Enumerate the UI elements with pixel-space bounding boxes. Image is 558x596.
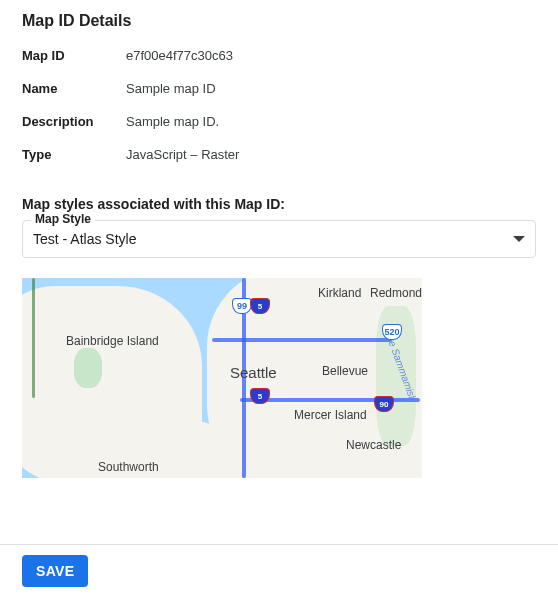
map-label-southworth: Southworth [98, 460, 159, 474]
map-preview[interactable]: Kirkland Redmond Seattle Bellevue Bainbr… [22, 278, 422, 478]
styles-heading: Map styles associated with this Map ID: [22, 196, 536, 212]
map-road [32, 278, 35, 398]
value-type: JavaScript – Raster [126, 147, 239, 162]
select-value: Test - Atlas Style [33, 231, 136, 247]
value-name: Sample map ID [126, 81, 216, 96]
map-shield-99: 99 [232, 298, 252, 314]
chevron-down-icon [513, 236, 525, 242]
value-description: Sample map ID. [126, 114, 219, 129]
page-title: Map ID Details [22, 12, 536, 30]
select-label: Map Style [31, 212, 95, 226]
map-label-mercer: Mercer Island [294, 408, 367, 422]
map-shield-520: 520 [382, 324, 402, 340]
map-label-newcastle: Newcastle [346, 438, 401, 452]
save-button[interactable]: SAVE [22, 555, 88, 587]
map-label-bellevue: Bellevue [322, 364, 368, 378]
map-park [74, 348, 102, 388]
map-shield-i5: 5 [250, 298, 270, 314]
map-label-redmond: Redmond [370, 286, 422, 300]
map-shield-i90: 90 [374, 396, 394, 412]
map-label-bainbridge: Bainbridge Island [66, 334, 159, 348]
label-map-id: Map ID [22, 48, 126, 63]
map-label-kirkland: Kirkland [318, 286, 361, 300]
label-name: Name [22, 81, 126, 96]
label-description: Description [22, 114, 126, 129]
map-label-seattle: Seattle [230, 364, 277, 381]
footer-bar: SAVE [0, 544, 558, 596]
map-shield-i5: 5 [250, 388, 270, 404]
map-style-select[interactable]: Test - Atlas Style [22, 220, 536, 258]
label-type: Type [22, 147, 126, 162]
value-map-id: e7f00e4f77c30c63 [126, 48, 233, 63]
map-highway [212, 338, 392, 342]
